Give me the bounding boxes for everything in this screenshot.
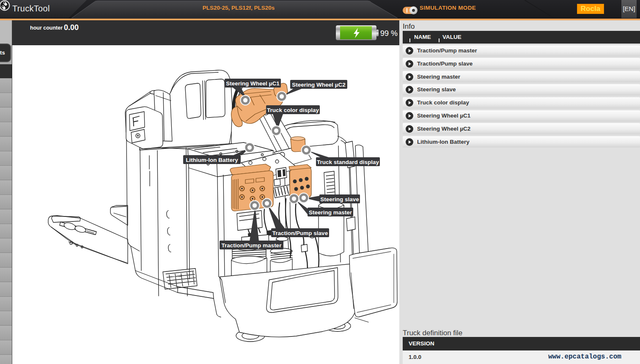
svg-text:Steering master: Steering master: [309, 209, 352, 216]
svg-text:Traction/Pump master: Traction/Pump master: [222, 242, 282, 249]
svg-text:Lithium-Ion Battery: Lithium-Ion Battery: [186, 157, 238, 163]
svg-text:Steering slave: Steering slave: [320, 196, 359, 203]
svg-text:Steering Wheel µC1: Steering Wheel µC1: [226, 80, 280, 87]
svg-text:Steering Wheel µC2: Steering Wheel µC2: [292, 82, 345, 88]
svg-text:Traction/Pump slave: Traction/Pump slave: [272, 230, 328, 236]
svg-text:Truck standard display: Truck standard display: [317, 159, 379, 165]
svg-text:Truck color display: Truck color display: [267, 107, 319, 113]
